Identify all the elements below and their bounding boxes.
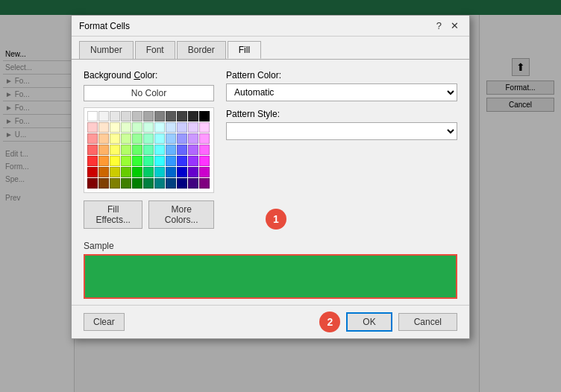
color-cell[interactable] [121,133,131,144]
color-cell[interactable] [87,145,98,155]
color-cell[interactable] [98,178,109,189]
color-cell[interactable] [87,156,98,166]
color-cell[interactable] [166,156,176,166]
clear-button[interactable]: Clear [84,313,125,331]
color-cell[interactable] [110,156,120,166]
color-cell[interactable] [143,122,154,133]
color-cell[interactable] [98,122,109,133]
color-cell[interactable] [87,111,98,121]
color-cell[interactable] [132,145,142,155]
color-cell[interactable] [121,145,131,155]
color-cell[interactable] [132,133,142,144]
color-cell[interactable] [121,178,131,189]
color-cell[interactable] [199,178,210,189]
dialog-controls: ? ✕ [433,20,462,31]
color-cell[interactable] [154,167,165,177]
fill-effects-button[interactable]: Fill Effects... [84,200,142,229]
color-cell[interactable] [199,133,210,144]
color-cell[interactable] [87,167,98,177]
color-cell[interactable] [154,122,165,133]
color-cell[interactable] [143,133,154,144]
palette-row-7 [87,178,210,189]
color-cell[interactable] [166,133,176,144]
color-cell[interactable] [121,156,131,166]
pattern-style-dropdown[interactable] [226,122,457,140]
color-cell[interactable] [143,145,154,155]
color-cell[interactable] [188,111,198,121]
palette-row-2 [87,122,210,133]
dialog-help-button[interactable]: ? [433,20,445,31]
tab-border[interactable]: Border [177,41,226,59]
color-cell[interactable] [121,111,131,121]
color-cell[interactable] [166,167,176,177]
palette-row-5 [87,156,210,166]
color-cell[interactable] [154,145,165,155]
color-cell[interactable] [110,167,120,177]
color-cell[interactable] [143,178,154,189]
color-cell[interactable] [87,122,98,133]
color-cell[interactable] [143,167,154,177]
color-cell[interactable] [98,111,109,121]
color-cell[interactable] [98,167,109,177]
color-cell[interactable] [188,145,198,155]
color-cell[interactable] [199,156,210,166]
color-cell[interactable] [199,122,210,133]
tab-fill[interactable]: Fill [228,41,261,59]
color-cell[interactable] [143,111,154,121]
color-cell[interactable] [188,178,198,189]
color-cell[interactable] [177,145,187,155]
color-cell[interactable] [87,178,98,189]
color-cell[interactable] [177,122,187,133]
color-cell[interactable] [110,145,120,155]
dialog-footer: Clear 2 OK Cancel [72,305,469,338]
tab-font[interactable]: Font [135,41,175,59]
color-cell[interactable] [154,156,165,166]
color-cell[interactable] [154,178,165,189]
color-cell[interactable] [154,133,165,144]
color-cell[interactable] [132,178,142,189]
color-cell[interactable] [121,167,131,177]
ok-button[interactable]: OK [346,312,392,332]
more-colors-button[interactable]: More Colors... [148,200,214,229]
color-cell[interactable] [188,122,198,133]
color-cell[interactable] [110,111,120,121]
color-cell[interactable] [166,122,176,133]
color-cell[interactable] [199,111,210,121]
color-cell[interactable] [110,133,120,144]
color-cell[interactable] [132,156,142,166]
color-cell[interactable] [87,133,98,144]
cancel-button[interactable]: Cancel [398,313,457,331]
color-cell[interactable] [132,122,142,133]
pattern-color-dropdown-wrapper: Automatic [226,83,457,101]
effects-buttons: Fill Effects... More Colors... [84,200,214,229]
color-cell[interactable] [110,122,120,133]
color-cell[interactable] [199,145,210,155]
color-cell[interactable] [98,145,109,155]
dialog-close-button[interactable]: ✕ [448,20,462,31]
color-cell[interactable] [177,167,187,177]
color-cell[interactable] [188,167,198,177]
color-cell[interactable] [188,133,198,144]
color-cell[interactable] [98,156,109,166]
no-color-button[interactable]: No Color [84,85,214,101]
color-cell[interactable] [154,111,165,121]
color-cell[interactable] [166,178,176,189]
palette-row-1 [87,111,210,121]
color-cell[interactable] [121,122,131,133]
color-cell[interactable] [98,133,109,144]
pattern-color-dropdown[interactable]: Automatic [226,83,457,101]
tab-number[interactable]: Number [79,41,134,59]
color-cell[interactable] [110,178,120,189]
sample-section: Sample [84,241,457,299]
color-cell[interactable] [166,111,176,121]
color-cell[interactable] [132,111,142,121]
color-cell[interactable] [177,133,187,144]
color-cell[interactable] [166,145,176,155]
color-cell[interactable] [132,167,142,177]
color-cell[interactable] [177,178,187,189]
color-cell[interactable] [199,167,210,177]
color-cell[interactable] [177,111,187,121]
color-cell[interactable] [143,156,154,166]
color-cell[interactable] [188,156,198,166]
color-cell[interactable] [177,156,187,166]
